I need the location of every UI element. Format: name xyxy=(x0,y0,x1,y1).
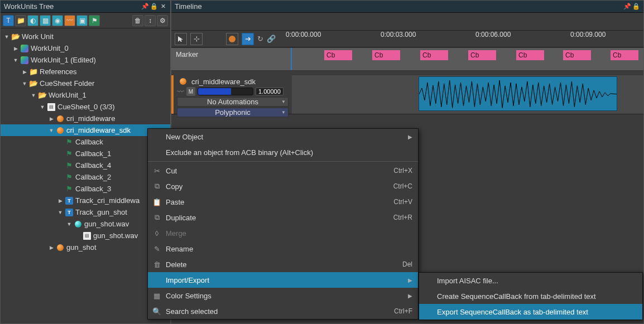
expand-toggle[interactable]: ▶ xyxy=(49,245,54,250)
menu-item[interactable]: ▦Color Settings▶ xyxy=(148,288,418,303)
tree-item[interactable]: ⚑Callback_3 xyxy=(1,183,170,195)
menu-icon: ⧉ xyxy=(152,182,161,191)
menu-item[interactable]: 📋PasteCtrl+V xyxy=(148,194,418,210)
menu-item[interactable]: New Object▶ xyxy=(148,129,418,144)
audio-clip[interactable] xyxy=(419,76,617,111)
expand-toggle[interactable]: ▼ xyxy=(31,93,36,98)
callback-marker[interactable]: Cb xyxy=(420,50,448,60)
tree-item[interactable]: ▶📁References xyxy=(1,66,170,78)
menu-item[interactable]: ⧉DuplicateCtrl+R xyxy=(148,210,418,225)
menu-item[interactable]: ✂CutCtrl+X xyxy=(148,163,418,178)
menu-item[interactable]: Import AISAC file... xyxy=(419,273,642,288)
tree-item[interactable]: ▤gun_shot.wav xyxy=(1,230,170,241)
tool-icon-1[interactable]: ◐ xyxy=(27,15,39,26)
callback-marker[interactable]: Cb xyxy=(516,50,544,60)
loop-icon[interactable]: ↻ xyxy=(257,35,263,43)
callback-marker[interactable]: Cb xyxy=(611,50,638,60)
automation-dropdown[interactable]: No Automations▼ xyxy=(177,97,289,107)
tree-item-label: gun_shot.wav xyxy=(84,220,129,228)
gear-icon[interactable]: ⚙ xyxy=(157,15,168,26)
expand-toggle[interactable]: ▼ xyxy=(57,210,63,215)
marker-label: Marker xyxy=(171,48,292,70)
volume-value[interactable]: 1.00000 xyxy=(256,88,283,95)
workunits-header: WorkUnits Tree 📌 🔒 ✕ xyxy=(1,1,170,13)
volume-slider[interactable] xyxy=(198,88,253,95)
callback-marker[interactable]: Cb xyxy=(372,50,400,60)
tree-item[interactable]: ▼📂WorkUnit_1 xyxy=(1,89,170,101)
expand-toggle[interactable]: ▼ xyxy=(49,128,54,133)
menu-item[interactable]: Export SequenceCallBack as tab-delimited… xyxy=(419,304,642,320)
menu-item[interactable]: 🗑DeleteDel xyxy=(148,257,418,272)
text-tool-icon[interactable]: T xyxy=(3,15,14,26)
tree-item-label: gun_shot.wav xyxy=(93,231,138,240)
expand-toggle[interactable]: ▼ xyxy=(40,104,45,110)
tool-icon-5[interactable]: ▣ xyxy=(76,15,88,26)
voice-dropdown[interactable]: Polyphonic▼ xyxy=(177,108,289,117)
tree-item[interactable]: ▶TTrack_cri_middlewa xyxy=(1,195,170,206)
tree-item[interactable]: ▼WorkUnit_1 (Edited) xyxy=(1,54,170,66)
trash-icon[interactable]: 🗑 xyxy=(132,15,143,26)
sort-icon[interactable]: ↕ xyxy=(145,15,156,26)
select-tool[interactable]: ⊹ xyxy=(190,33,203,45)
tool-icon-3[interactable]: ◉ xyxy=(52,15,63,26)
menu-item[interactable]: ⧉CopyCtrl+C xyxy=(148,178,418,194)
tree-item[interactable]: ▼▤CueSheet_0 (3/3) xyxy=(1,101,170,113)
workunits-tree[interactable]: ▼📂Work Unit▶WorkUnit_0▼WorkUnit_1 (Edite… xyxy=(1,28,170,323)
menu-item[interactable]: ✎Rename xyxy=(148,241,418,257)
tree-item[interactable]: ▼📂Work Unit xyxy=(1,31,170,42)
tree-item[interactable]: ▼gun_shot.wav xyxy=(1,218,170,230)
track-lane[interactable] xyxy=(292,75,643,114)
tool-icon-2[interactable]: ▦ xyxy=(40,15,51,26)
expand-toggle[interactable]: ▼ xyxy=(13,57,18,63)
menu-label: Paste xyxy=(166,198,389,206)
expand-toggle[interactable]: ▶ xyxy=(49,116,54,122)
submenu-import-export[interactable]: Import AISAC file...Create SequenceCallB… xyxy=(419,272,643,320)
callback-marker[interactable]: Cb xyxy=(324,50,352,60)
expand-toggle[interactable]: ▼ xyxy=(66,221,72,227)
callback-marker[interactable]: Cb xyxy=(468,50,496,60)
workunit-icon xyxy=(20,56,29,65)
lock-icon[interactable]: 🔒 xyxy=(150,3,158,11)
tree-item[interactable]: ▼cri_middleware_sdk xyxy=(1,124,170,136)
tool-icon-4[interactable]: 〰 xyxy=(64,15,75,26)
menu-item[interactable]: Create SequenceCallBack from tab-delimit… xyxy=(419,288,642,304)
menu-item[interactable]: Import/Export▶ xyxy=(148,272,418,288)
tree-item[interactable]: ⚑Callback xyxy=(1,136,170,148)
auto-icon[interactable]: 〰 xyxy=(177,88,184,96)
expand-toggle[interactable]: ▼ xyxy=(4,34,9,40)
play-button[interactable]: ➜ xyxy=(242,33,254,45)
callback-marker[interactable]: Cb xyxy=(563,50,591,60)
tree-item[interactable]: ⚑Callback_4 xyxy=(1,159,170,171)
close-icon[interactable]: ✕ xyxy=(159,3,167,11)
pin-icon[interactable]: 📌 xyxy=(141,3,149,11)
pointer-tool[interactable] xyxy=(175,33,187,45)
record-button[interactable] xyxy=(226,33,238,45)
tree-item[interactable]: ▶gun_shot xyxy=(1,241,170,253)
menu-item[interactable]: Exclude an object from ACB binary (Alt+C… xyxy=(148,144,418,160)
expand-toggle[interactable]: ▼ xyxy=(22,81,27,86)
expand-toggle[interactable]: ▶ xyxy=(13,46,18,51)
tree-item[interactable]: ⚑Callback_1 xyxy=(1,148,170,159)
marker-lane[interactable]: CbCbCbCbCbCbCb xyxy=(292,48,643,70)
link-icon[interactable]: 🔗 xyxy=(267,35,276,43)
mute-button[interactable]: M xyxy=(186,87,195,96)
context-menu[interactable]: New Object▶Exclude an object from ACB bi… xyxy=(147,128,419,320)
menu-icon: 🗑 xyxy=(152,260,161,269)
expand-toggle[interactable]: ▶ xyxy=(22,69,27,75)
expand-toggle[interactable]: ▶ xyxy=(57,198,63,204)
folder-tool-icon[interactable]: 📁 xyxy=(15,15,26,26)
folder-open-icon: 📂 xyxy=(29,79,38,88)
tree-item[interactable]: ▼TTrack_gun_shot xyxy=(1,206,170,218)
lock-icon[interactable]: 🔒 xyxy=(632,3,640,11)
time-2: 0:00:06.000 xyxy=(475,31,511,38)
menu-item[interactable]: 🔍Search selectedCtrl+F xyxy=(148,303,418,319)
flag-tool-icon[interactable]: ⚑ xyxy=(89,15,100,26)
pin-icon[interactable]: 📌 xyxy=(623,3,631,11)
menu-label: Cut xyxy=(166,167,389,175)
workunit-icon xyxy=(20,44,29,53)
tree-item[interactable]: ⚑Callback_2 xyxy=(1,171,170,183)
timeline-overview[interactable] xyxy=(171,13,643,31)
tree-item[interactable]: ▼📂CueSheet Folder xyxy=(1,78,170,89)
tree-item[interactable]: ▶cri_middleware xyxy=(1,113,170,124)
tree-item[interactable]: ▶WorkUnit_0 xyxy=(1,42,170,54)
